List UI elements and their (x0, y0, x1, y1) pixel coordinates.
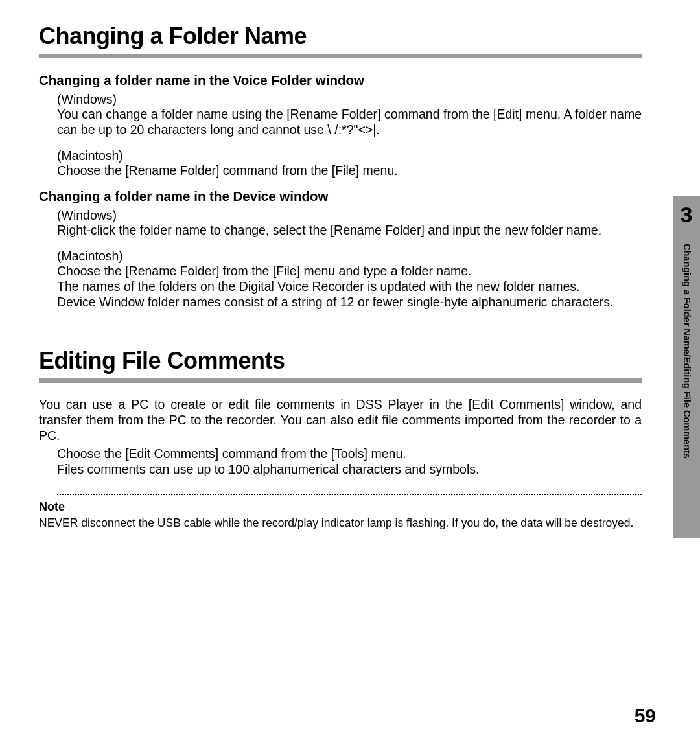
sub1-heading: Changing a folder name in the Voice Fold… (39, 73, 642, 88)
section2-rule (39, 378, 642, 383)
sub2-windows-label: (Windows) (57, 208, 642, 223)
section1-rule (39, 54, 642, 58)
sub1-mac-label: (Macintosh) (57, 148, 642, 163)
section2-line2: Files comments can use up to 100 alphanu… (57, 462, 642, 478)
sub2-heading: Changing a folder name in the Device win… (39, 189, 642, 204)
main-column: Changing a Folder Name Changing a folder… (39, 23, 642, 531)
sub1-windows-text: You can change a folder name using the [… (57, 107, 642, 138)
sub1-mac-text: Choose the [Rename Folder] command from … (57, 163, 642, 179)
page-number: 59 (635, 705, 656, 727)
section2-details: Choose the [Edit Comments] command from … (39, 446, 642, 478)
sub2-mac-text3: Device Window folder names consist of a … (57, 295, 642, 310)
dotted-divider (57, 494, 642, 495)
section1-title: Changing a Folder Name (39, 23, 642, 50)
sub2-mac-text2: The names of the folders on the Digital … (57, 279, 642, 295)
sub1-windows-label: (Windows) (57, 92, 642, 107)
section2-title: Editing File Comments (39, 347, 642, 374)
sub1-mac-block: (Macintosh) Choose the [Rename Folder] c… (39, 148, 642, 179)
note-body: NEVER disconnect the USB cable while the… (39, 516, 642, 531)
manual-page: Changing a Folder Name Changing a folder… (0, 0, 700, 749)
chapter-number: 3 (673, 202, 700, 227)
sub1-windows-block: (Windows) You can change a folder name u… (39, 92, 642, 138)
section2: Editing File Comments You can use a PC t… (39, 347, 642, 531)
chapter-tab-text: Changing a Folder Name/Editing File Comm… (682, 244, 692, 459)
sub2-mac-block: (Macintosh) Choose the [Rename Folder] f… (39, 249, 642, 310)
section2-line1: Choose the [Edit Comments] command from … (57, 446, 642, 462)
note-heading: Note (39, 500, 642, 514)
section2-intro: You can use a PC to create or edit file … (39, 397, 642, 443)
sub2-mac-label: (Macintosh) (57, 249, 642, 264)
sub2-windows-block: (Windows) Right-click the folder name to… (39, 208, 642, 238)
chapter-tab: 3 Changing a Folder Name/Editing File Co… (673, 196, 700, 538)
sub2-windows-text: Right-click the folder name to change, s… (57, 223, 642, 238)
sub2-mac-text1: Choose the [Rename Folder] from the [Fil… (57, 264, 642, 279)
